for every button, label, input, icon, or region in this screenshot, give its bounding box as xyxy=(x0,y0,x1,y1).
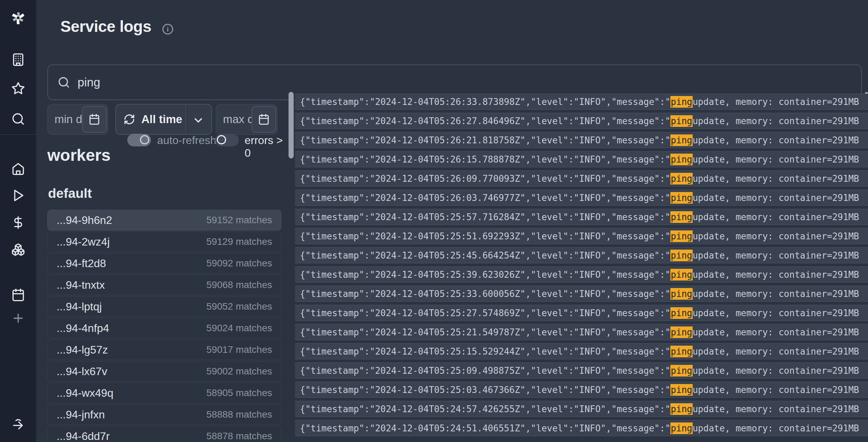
search-highlight: ping xyxy=(670,326,693,338)
building-icon[interactable] xyxy=(11,53,25,67)
log-line[interactable]: {"timestamp":"2024-12-04T05:26:21.818758… xyxy=(295,132,868,148)
max-date-calendar-button[interactable] xyxy=(251,106,276,133)
worker-name: ...94-4nfp4 xyxy=(57,322,109,335)
log-line[interactable]: {"timestamp":"2024-12-04T05:25:57.716284… xyxy=(295,209,868,225)
log-line[interactable]: {"timestamp":"2024-12-04T05:25:51.692293… xyxy=(295,228,868,244)
log-text-before: {"timestamp":"2024-12-04T05:24:51.406551… xyxy=(300,423,670,433)
errors-toggle[interactable] xyxy=(215,134,239,146)
worker-name: ...94-jnfxn xyxy=(57,408,105,421)
search-highlight: ping xyxy=(670,192,693,204)
log-line[interactable]: {"timestamp":"2024-12-04T05:26:03.746977… xyxy=(295,190,868,206)
log-text-before: {"timestamp":"2024-12-04T05:25:45.664254… xyxy=(300,250,670,261)
log-text-before: {"timestamp":"2024-12-04T05:25:21.549787… xyxy=(300,327,670,337)
log-line[interactable]: {"timestamp":"2024-12-04T05:25:15.529244… xyxy=(295,343,868,359)
worker-name: ...94-tnxtx xyxy=(57,279,105,291)
dollar-icon[interactable] xyxy=(11,216,25,229)
worker-group-name: default xyxy=(48,186,92,201)
log-line[interactable]: {"timestamp":"2024-12-04T05:24:57.426255… xyxy=(295,401,868,417)
time-range-label: All time xyxy=(141,113,182,126)
play-icon[interactable] xyxy=(11,189,25,202)
calendar-icon xyxy=(258,114,270,125)
workers-scrollbar[interactable] xyxy=(289,92,294,158)
log-text-after: update, memory: container=291MB xyxy=(693,154,859,165)
log-line[interactable]: {"timestamp":"2024-12-04T05:26:15.788878… xyxy=(295,151,868,167)
worker-row[interactable]: ...94-tnxtx 59068 matches xyxy=(47,275,281,295)
star-icon[interactable] xyxy=(11,82,25,95)
search-highlight: ping xyxy=(670,230,693,242)
worker-row[interactable]: ...94-6dd7r 58878 matches xyxy=(47,426,281,442)
search-highlight: ping xyxy=(670,96,693,108)
log-text-before: {"timestamp":"2024-12-04T05:26:33.873898… xyxy=(300,97,670,107)
worker-match-count: 59017 matches xyxy=(207,344,272,355)
toggle-thumb xyxy=(217,135,226,144)
log-line[interactable]: {"timestamp":"2024-12-04T05:25:45.664254… xyxy=(295,247,868,263)
worker-list: ...94-9h6n2 59152 matches ...94-2wz4j 59… xyxy=(47,210,281,442)
worker-match-count: 58878 matches xyxy=(207,431,272,442)
boxes-icon[interactable] xyxy=(11,243,25,256)
log-line[interactable]: {"timestamp":"2024-12-04T05:25:27.574869… xyxy=(295,305,868,321)
search-input[interactable] xyxy=(78,75,852,89)
search-highlight: ping xyxy=(670,269,693,280)
log-text-before: {"timestamp":"2024-12-04T05:24:57.426255… xyxy=(300,404,670,414)
log-text-after: update, memory: container=291MB xyxy=(693,366,859,376)
home-icon[interactable] xyxy=(11,162,25,176)
search-highlight: ping xyxy=(670,173,693,184)
min-date-input[interactable]: min date xyxy=(47,104,108,135)
log-line[interactable]: {"timestamp":"2024-12-04T05:26:27.846496… xyxy=(295,113,868,129)
plus-icon[interactable] xyxy=(11,311,25,325)
info-icon[interactable] xyxy=(162,23,174,35)
log-text-after: update, memory: container=291MB xyxy=(693,97,859,107)
log-text-after: update, memory: container=291MB xyxy=(693,174,859,184)
button-divider xyxy=(185,105,186,134)
worker-match-count: 59152 matches xyxy=(207,215,272,226)
worker-name: ...94-lptqj xyxy=(57,300,102,313)
toggle-thumb xyxy=(140,135,149,144)
log-line[interactable]: {"timestamp":"2024-12-04T05:25:21.549787… xyxy=(295,324,868,340)
workers-heading: workers xyxy=(47,146,110,165)
log-line[interactable]: {"timestamp":"2024-12-04T05:26:33.873898… xyxy=(295,94,868,110)
log-text-before: {"timestamp":"2024-12-04T05:25:33.600056… xyxy=(300,289,670,299)
log-text-after: update, memory: container=291MB xyxy=(693,346,859,357)
worker-row[interactable]: ...94-wx49q 58905 matches xyxy=(47,383,281,403)
worker-row[interactable]: ...94-4nfp4 59024 matches xyxy=(47,318,281,338)
search-highlight: ping xyxy=(670,211,693,223)
log-line[interactable]: {"timestamp":"2024-12-04T05:25:09.498875… xyxy=(295,362,868,379)
log-text-after: update, memory: container=291MB xyxy=(693,423,859,433)
worker-row[interactable]: ...94-lptqj 59052 matches xyxy=(47,296,281,317)
log-text-before: {"timestamp":"2024-12-04T05:25:39.623026… xyxy=(300,270,670,280)
worker-match-count: 59129 matches xyxy=(207,236,272,247)
log-line[interactable]: {"timestamp":"2024-12-04T05:24:51.406551… xyxy=(295,420,868,436)
worker-row[interactable]: ...94-ft2d8 59092 matches xyxy=(47,253,281,274)
worker-row[interactable]: ...94-lx67v 59002 matches xyxy=(47,361,281,382)
worker-name: ...94-2wz4j xyxy=(57,236,110,248)
max-date-input[interactable]: max date xyxy=(216,104,278,135)
search-icon[interactable] xyxy=(11,112,25,126)
search-highlight: ping xyxy=(670,384,693,396)
windmill-logo-icon[interactable] xyxy=(10,10,26,26)
toggle-row: auto-refresh errors > 0 xyxy=(0,134,288,147)
worker-row[interactable]: ...94-2wz4j 59129 matches xyxy=(47,231,281,252)
worker-match-count: 58905 matches xyxy=(207,387,272,398)
log-text-after: update, memory: container=291MB xyxy=(693,327,859,337)
expand-sidebar-icon[interactable] xyxy=(11,418,25,432)
chevron-down-icon[interactable] xyxy=(192,114,204,127)
log-line[interactable]: {"timestamp":"2024-12-04T05:25:03.467366… xyxy=(295,382,868,398)
search-highlight: ping xyxy=(670,307,693,319)
time-range-button[interactable]: All time xyxy=(115,104,212,135)
worker-row[interactable]: ...94-lg57z 59017 matches xyxy=(47,339,281,360)
calendar-icon[interactable] xyxy=(11,288,25,302)
worker-match-count: 59092 matches xyxy=(207,258,272,269)
worker-match-count: 59002 matches xyxy=(207,366,272,377)
search-highlight: ping xyxy=(670,403,693,415)
auto-refresh-toggle[interactable] xyxy=(127,134,151,146)
log-text-before: {"timestamp":"2024-12-04T05:26:03.746977… xyxy=(300,193,670,203)
log-line[interactable]: {"timestamp":"2024-12-04T05:25:39.623026… xyxy=(295,266,868,283)
log-text-before: {"timestamp":"2024-12-04T05:26:15.788878… xyxy=(300,154,670,165)
min-date-calendar-button[interactable] xyxy=(82,106,107,133)
search-highlight: ping xyxy=(670,115,693,127)
search-highlight: ping xyxy=(670,422,693,434)
log-line[interactable]: {"timestamp":"2024-12-04T05:25:33.600056… xyxy=(295,286,868,302)
worker-row[interactable]: ...94-jnfxn 58888 matches xyxy=(47,404,281,425)
worker-row[interactable]: ...94-9h6n2 59152 matches xyxy=(47,210,281,230)
log-line[interactable]: {"timestamp":"2024-12-04T05:26:09.770093… xyxy=(295,170,868,187)
